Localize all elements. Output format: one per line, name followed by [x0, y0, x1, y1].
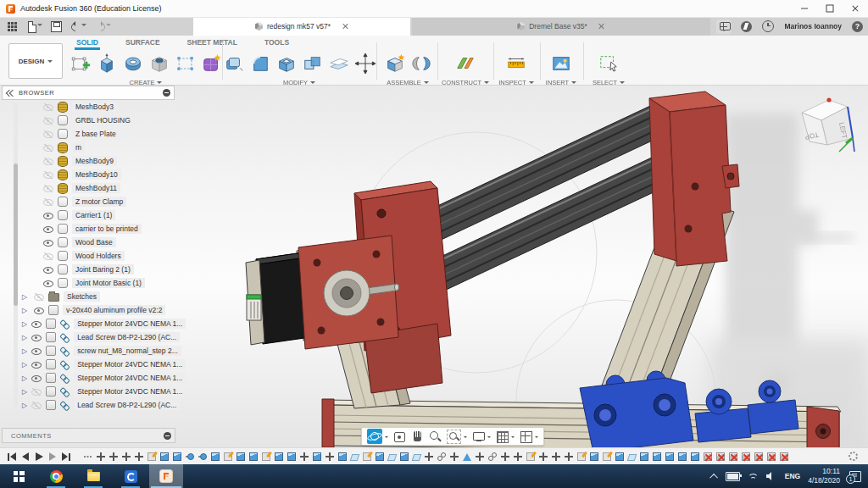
- document-tab-active[interactable]: redesign mk57 v57*: [193, 17, 410, 36]
- file-menu-caret-icon[interactable]: [37, 24, 42, 29]
- measure-icon[interactable]: [506, 53, 526, 74]
- browser-header[interactable]: BROWSER: [2, 86, 175, 100]
- timeline-redx-icon[interactable]: [780, 452, 788, 461]
- viewports-icon[interactable]: [520, 430, 532, 443]
- expand-arrow-icon[interactable]: ▷: [22, 334, 27, 341]
- language-indicator[interactable]: ENG: [785, 472, 800, 480]
- browser-item-label[interactable]: Joint Motor Basic (1): [72, 278, 145, 288]
- visibility-on-icon[interactable]: [43, 280, 53, 287]
- expand-arrow-icon[interactable]: ▷: [22, 307, 30, 314]
- select-group-label[interactable]: SELECT: [593, 79, 617, 86]
- apps-grid-icon[interactable]: [7, 21, 18, 32]
- browser-item[interactable]: MeshBody10: [2, 168, 175, 181]
- notification-icon[interactable]: 1: [849, 471, 861, 482]
- play-icon[interactable]: [34, 452, 44, 462]
- visibility-off-icon[interactable]: [43, 158, 53, 165]
- insert-image-icon[interactable]: [551, 53, 571, 74]
- timeline-move-icon[interactable]: [501, 452, 509, 461]
- browser-item-label[interactable]: Z motor Clamp: [72, 197, 126, 207]
- browser-item-label[interactable]: Carrier1 (1): [72, 210, 115, 220]
- timeline-move-icon[interactable]: [552, 452, 560, 461]
- visibility-on-icon[interactable]: [43, 239, 53, 247]
- timeline-extrude-icon[interactable]: [678, 452, 687, 461]
- timeline-redx-icon[interactable]: [729, 452, 737, 461]
- visibility-on-icon[interactable]: [43, 225, 53, 233]
- expand-arrow-icon[interactable]: ▷: [22, 374, 27, 382]
- modify-group-label[interactable]: MODIFY: [283, 79, 308, 86]
- view-cube[interactable]: TOP LEFT: [795, 89, 856, 155]
- tab-sheet-metal[interactable]: SHEET METAL: [186, 36, 239, 50]
- browser-item[interactable]: MeshBody9: [2, 154, 175, 168]
- maximize-button[interactable]: [817, 0, 843, 17]
- visibility-off-icon[interactable]: [43, 117, 53, 125]
- browser-item-label[interactable]: MeshBody10: [72, 169, 121, 180]
- timeline-joint-icon[interactable]: [437, 452, 446, 461]
- assemble-group-label[interactable]: ASSEMBLE: [387, 79, 420, 86]
- visibility-off-icon[interactable]: [31, 402, 42, 409]
- timeline-extrude-icon[interactable]: [615, 452, 624, 461]
- timeline-extrude-icon[interactable]: [211, 452, 220, 461]
- browser-item[interactable]: Z base Plate: [2, 127, 175, 141]
- pattern-icon[interactable]: [175, 53, 196, 74]
- taskbar-clock[interactable]: 10:11 4/18/2020: [808, 467, 840, 485]
- tab-solid[interactable]: SOLID: [75, 36, 100, 50]
- save-icon[interactable]: [51, 21, 62, 32]
- timeline-extrude-icon[interactable]: [313, 452, 321, 461]
- fillet-icon[interactable]: [250, 53, 270, 74]
- timeline-plane-icon[interactable]: [387, 454, 397, 461]
- browser-item[interactable]: MeshBody11: [2, 181, 175, 195]
- visibility-on-icon[interactable]: [31, 374, 42, 382]
- fit-icon[interactable]: [447, 430, 461, 444]
- battery-icon[interactable]: [726, 472, 740, 481]
- history-clock-icon[interactable]: [762, 20, 774, 32]
- redo-icon[interactable]: [95, 21, 106, 32]
- browser-item-label[interactable]: m: [72, 142, 85, 152]
- visibility-off-icon[interactable]: [43, 171, 53, 179]
- move-icon[interactable]: [355, 53, 376, 74]
- taskbar-app-cura[interactable]: [112, 464, 149, 488]
- design-workspace-dropdown[interactable]: DESIGN: [8, 43, 63, 79]
- view-cube-corner-dot[interactable]: [826, 97, 831, 102]
- timeline-move-icon[interactable]: [122, 452, 131, 461]
- close-tab-icon[interactable]: [598, 23, 605, 30]
- browser-item-label[interactable]: Stepper Motor 24VDC NEMA 1...: [74, 319, 186, 329]
- visibility-on-icon[interactable]: [43, 212, 53, 219]
- timeline-redx-icon[interactable]: [716, 452, 725, 461]
- timeline-extrude-icon[interactable]: [287, 452, 296, 461]
- display-settings-icon[interactable]: [472, 430, 485, 443]
- taskbar-app-chrome[interactable]: [37, 464, 75, 488]
- visibility-off-icon[interactable]: [43, 198, 53, 206]
- panel-options-icon[interactable]: [164, 432, 171, 440]
- undo-icon[interactable]: [70, 21, 81, 32]
- timeline-sketch-icon[interactable]: [526, 452, 535, 461]
- browser-item-label[interactable]: Wood Base: [72, 237, 116, 247]
- timeline-extrude-icon[interactable]: [665, 452, 674, 461]
- browser-item[interactable]: ▷Sketches: [2, 290, 175, 303]
- browser-item[interactable]: Joint Motor Basic (1): [2, 276, 175, 290]
- close-tab-icon[interactable]: [342, 23, 348, 30]
- visibility-on-icon[interactable]: [31, 361, 42, 369]
- new-file-icon[interactable]: [26, 21, 37, 32]
- construct-group-label[interactable]: CONSTRUCT: [442, 79, 481, 86]
- extrude-icon[interactable]: [97, 53, 117, 74]
- browser-item[interactable]: Z motor Clamp: [2, 195, 175, 208]
- viewports-caret-icon[interactable]: [535, 436, 538, 440]
- look-at-icon[interactable]: [393, 430, 406, 443]
- comments-panel-header[interactable]: COMMENTS: [2, 428, 175, 443]
- orbit-caret-icon[interactable]: [385, 436, 388, 440]
- user-name[interactable]: Marinos Ioannoy: [784, 22, 842, 30]
- timeline-extrude-icon[interactable]: [249, 452, 258, 461]
- create-group-label[interactable]: CREATE: [130, 79, 155, 86]
- close-button[interactable]: [843, 0, 868, 17]
- browser-item-label[interactable]: Stepper Motor 24VDC NEMA 1...: [74, 359, 186, 369]
- tab-surface[interactable]: SURFACE: [124, 36, 162, 50]
- timeline-sketch-icon[interactable]: [224, 452, 232, 461]
- insert-group-label[interactable]: INSERT: [546, 79, 569, 86]
- undo-caret-icon[interactable]: [81, 24, 86, 29]
- timeline-extrude-icon[interactable]: [338, 452, 347, 461]
- wifi-icon[interactable]: [748, 472, 759, 480]
- step-back-icon[interactable]: [20, 452, 31, 462]
- create-form-icon[interactable]: [202, 53, 222, 74]
- browser-item-label[interactable]: carrier to be printed: [72, 224, 142, 234]
- shell-icon[interactable]: [276, 53, 297, 74]
